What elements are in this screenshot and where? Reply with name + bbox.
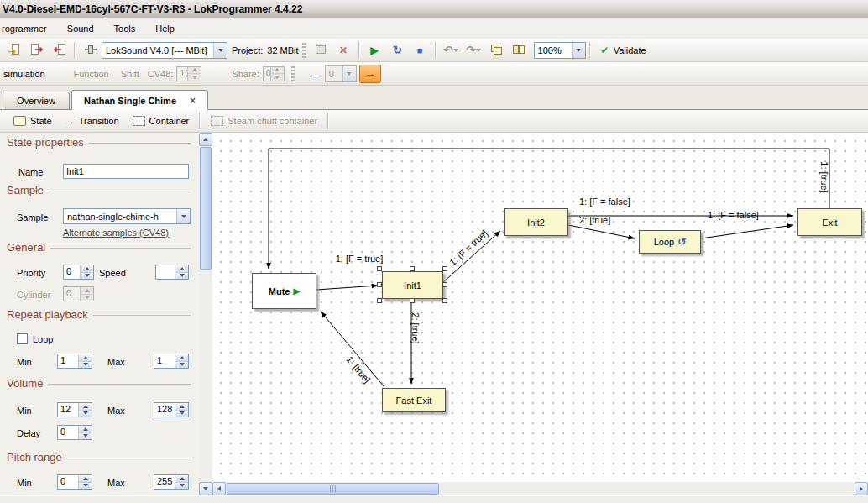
selection-handle-se[interactable] <box>442 298 447 303</box>
zoom-select-arrow[interactable] <box>572 43 585 58</box>
selection-handle-w[interactable] <box>377 282 382 287</box>
pitch-max-stepper[interactable]: 255 <box>154 474 189 490</box>
step-back-button[interactable]: ← <box>303 64 324 84</box>
spin-down-icon[interactable] <box>79 483 92 490</box>
spin-down-icon[interactable] <box>81 273 93 280</box>
spin-up-icon[interactable] <box>175 265 188 273</box>
properties-scrollbar[interactable] <box>199 133 212 495</box>
tab-nathan-single-chime[interactable]: Nathan Single Chime × <box>71 90 208 110</box>
selection-handle-nw[interactable] <box>377 266 382 271</box>
diagram-canvas[interactable]: 1: [F = true] 1: [F = true] 1: [F = fals… <box>212 133 868 495</box>
state-node-init1[interactable]: Init1 <box>382 271 443 299</box>
step-forward-button[interactable]: → <box>359 65 381 83</box>
spin-down-icon[interactable] <box>175 483 188 490</box>
zoom-select[interactable]: 100% <box>534 42 586 59</box>
spin-down-icon[interactable] <box>175 411 188 417</box>
selection-handle-n[interactable] <box>410 266 415 271</box>
sim-index-select[interactable]: 0 <box>325 65 357 82</box>
alternate-samples-link[interactable]: Alternate samples (CV48) <box>63 228 169 238</box>
redo-button[interactable]: ↷ <box>463 40 484 60</box>
tab-overview[interactable]: Overview <box>3 92 70 109</box>
selection-handle-sw[interactable] <box>377 298 382 303</box>
spin-up-icon[interactable] <box>175 354 188 362</box>
state-node-mute[interactable]: Mute ▶ <box>252 273 316 309</box>
priority-stepper[interactable]: 0 <box>63 265 94 280</box>
state-node-init2[interactable]: Init2 <box>504 208 568 236</box>
menu-programmer[interactable]: rogrammer <box>0 18 57 39</box>
scrollbar-thumb[interactable] <box>200 147 212 270</box>
loop-checkbox[interactable] <box>17 333 28 344</box>
volume-min-stepper[interactable]: 12 <box>57 402 92 417</box>
toolbar-grip[interactable] <box>291 66 295 81</box>
state-node-loop[interactable]: Loop ↺ <box>639 230 701 254</box>
stop-button[interactable]: ■ <box>410 40 431 60</box>
validate-button[interactable]: ✓ Validate <box>594 42 653 59</box>
repeat-min-stepper[interactable]: 1 <box>57 354 92 369</box>
selection-handle-ne[interactable] <box>442 266 447 271</box>
add-transition-button[interactable]: → Transition <box>59 113 126 128</box>
spin-up-icon[interactable] <box>271 67 284 75</box>
add-steam-chuff-container-button[interactable]: Steam chuff container <box>204 113 324 128</box>
selection-handle-s[interactable] <box>410 298 415 303</box>
spin-up-icon[interactable] <box>81 265 93 273</box>
add-state-button[interactable]: State <box>7 113 59 128</box>
add-container-button[interactable]: Container <box>126 113 196 128</box>
spin-down-icon[interactable] <box>79 433 92 440</box>
open-file-button[interactable] <box>3 40 24 60</box>
spin-up-icon[interactable] <box>79 475 92 483</box>
delete-button[interactable]: ✕ <box>333 40 354 60</box>
toolbar-grip[interactable] <box>302 43 306 58</box>
spin-up-icon[interactable] <box>79 426 92 433</box>
spin-up-icon[interactable] <box>175 475 188 483</box>
spin-down-icon[interactable] <box>175 273 188 280</box>
sample-select-arrow[interactable] <box>176 209 190 223</box>
scroll-down-button[interactable] <box>199 482 212 495</box>
cylinder-stepper[interactable]: 0 <box>63 286 94 301</box>
sim-index-arrow[interactable] <box>342 66 356 81</box>
spin-up-icon[interactable] <box>175 403 188 411</box>
state-machine-diagram[interactable]: 1: [F = true] 1: [F = true] 1: [F = fals… <box>212 133 868 482</box>
spin-up-icon[interactable] <box>81 287 93 295</box>
scroll-up-button[interactable] <box>199 133 212 146</box>
spin-up-icon[interactable] <box>188 67 201 75</box>
memory-button[interactable] <box>311 40 332 60</box>
pitch-min-stepper[interactable]: 0 <box>57 474 92 490</box>
menu-help[interactable]: Help <box>145 18 185 39</box>
repeat-max-stepper[interactable]: 1 <box>154 354 189 369</box>
spin-up-icon[interactable] <box>79 403 92 411</box>
spin-down-icon[interactable] <box>175 362 188 369</box>
canvas-horizontal-scrollbar[interactable] <box>212 482 868 495</box>
device-select-arrow[interactable] <box>213 43 227 58</box>
menu-sound[interactable]: Sound <box>57 18 104 39</box>
name-input[interactable] <box>63 164 189 179</box>
play-button[interactable]: ▶ <box>364 40 385 60</box>
share-stepper[interactable]: 0 <box>263 66 285 81</box>
spin-down-icon[interactable] <box>79 411 92 417</box>
tile-windows-button[interactable] <box>509 40 530 60</box>
spin-down-icon[interactable] <box>188 74 201 81</box>
write-decoder-button[interactable] <box>26 40 47 60</box>
volume-max-stepper[interactable]: 128 <box>154 402 189 417</box>
tab-close-icon[interactable]: × <box>190 96 196 106</box>
selection-handle-e[interactable] <box>442 282 447 287</box>
interface-button[interactable] <box>80 40 101 60</box>
cascade-windows-button[interactable] <box>486 40 507 60</box>
scroll-right-button[interactable] <box>855 482 868 495</box>
device-select[interactable]: LokSound V4.0 [--- MBit] <box>102 42 227 59</box>
spin-down-icon[interactable] <box>79 362 92 369</box>
undo-button[interactable]: ↶ <box>441 40 462 60</box>
scroll-left-button[interactable] <box>212 482 226 495</box>
loop-play-button[interactable]: ↻ <box>387 40 408 60</box>
spin-down-icon[interactable] <box>271 74 284 81</box>
spin-down-icon[interactable] <box>81 295 93 301</box>
spin-up-icon[interactable] <box>79 354 92 362</box>
sample-select[interactable]: nathan-single-chime-h <box>63 208 191 224</box>
state-node-fast-exit[interactable]: Fast Exit <box>382 388 446 412</box>
scrollbar-thumb[interactable] <box>227 483 439 495</box>
speed-stepper[interactable] <box>155 265 189 280</box>
state-node-exit[interactable]: Exit <box>797 208 862 236</box>
cv48-stepper[interactable]: 10 <box>176 66 201 81</box>
menu-tools[interactable]: Tools <box>104 18 146 39</box>
delay-stepper[interactable]: 0 <box>57 425 92 440</box>
read-decoder-button[interactable] <box>49 40 70 60</box>
